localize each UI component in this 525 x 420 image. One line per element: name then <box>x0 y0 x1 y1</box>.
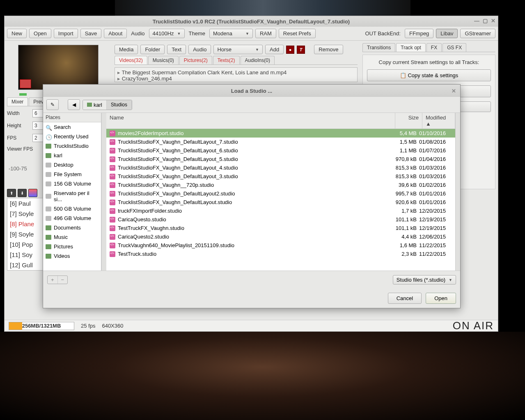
libav-button[interactable]: Libav <box>436 29 458 38</box>
playlist-up-icon[interactable]: ⬆ <box>7 189 16 197</box>
ffmpeg-button[interactable]: FFmpeg <box>405 29 433 38</box>
open-file-button[interactable]: Open <box>426 293 456 304</box>
file-row[interactable]: CaricaQuesto.studio101,1 kB12/19/2015 <box>106 215 455 224</box>
folder-button[interactable]: Folder <box>140 45 165 54</box>
text-button[interactable]: Text <box>167 45 186 54</box>
place-item[interactable]: Desktop <box>43 160 101 170</box>
file-row[interactable]: TestTruck.studio2,3 kB11/22/2015 <box>106 250 455 258</box>
file-size: 1,5 MB <box>392 139 419 145</box>
files-scrollbar[interactable] <box>455 113 460 271</box>
drive-icon <box>46 194 51 199</box>
ram-button[interactable]: RAM <box>255 29 276 38</box>
tab-trackopt[interactable]: Track opt <box>396 43 426 52</box>
place-item[interactable]: 🕓Recently Used <box>43 132 101 141</box>
places-header: Places <box>43 113 101 122</box>
about-button[interactable]: About <box>104 29 127 38</box>
text-overlay-icon[interactable]: T <box>297 46 305 54</box>
tab-mixer[interactable]: Mixer <box>7 97 28 106</box>
place-item[interactable]: 496 GB Volume <box>43 213 101 223</box>
folder-icon <box>46 244 51 249</box>
edit-path-icon[interactable]: ✎ <box>46 99 59 110</box>
media-item[interactable]: CrazyTown_246.mp4 <box>117 76 355 82</box>
studio-file-icon <box>110 243 115 248</box>
place-item[interactable]: Music <box>43 232 101 242</box>
breadcrumb-karl[interactable]: karl <box>83 100 107 110</box>
file-row[interactable]: TrucklistStudioFX_Vaughn_DefaultLayout_5… <box>106 155 455 163</box>
remove-bookmark-icon[interactable]: − <box>57 276 68 284</box>
media-list[interactable]: The Biggest Superman Compilation Clark K… <box>115 67 358 82</box>
audio-rate-dropdown[interactable]: 44100Hz▼ <box>149 29 185 38</box>
place-item[interactable]: 500 GB Volume <box>43 204 101 213</box>
file-name: truckFXImportFolder.studio <box>118 208 392 214</box>
reset-prefs-button[interactable]: Reset Prefs <box>279 29 316 38</box>
folder-icon <box>46 144 51 149</box>
place-label: 156 GB Volume <box>54 181 91 187</box>
place-item[interactable]: File System <box>43 170 101 179</box>
playlist-color-icon[interactable] <box>28 189 37 197</box>
playlist-down-icon[interactable]: ⬇ <box>18 189 27 197</box>
file-row[interactable]: CaricaQuesto2.studio4,4 kB12/06/2015 <box>106 232 455 241</box>
files-list[interactable]: movies2FolderImport.studio5,4 MB01/10/20… <box>106 129 455 271</box>
file-row[interactable]: movies2FolderImport.studio5,4 MB01/10/20… <box>106 129 455 138</box>
breadcrumb-studios[interactable]: Studios <box>107 100 132 110</box>
tab-videos[interactable]: Videos(32) <box>115 56 147 64</box>
file-row[interactable]: TrucklistStudioFX_Vaughn_DefaultLayout_7… <box>106 138 455 146</box>
place-item[interactable]: Riservato per il si... <box>43 188 101 204</box>
dialog-close-icon[interactable]: ✕ <box>452 88 456 94</box>
animation-dropdown[interactable]: Horse▼ <box>213 45 263 54</box>
save-button[interactable]: Save <box>80 29 102 38</box>
file-row[interactable]: truckFXImportFolder.studio1,7 kB12/20/20… <box>106 207 455 215</box>
file-filter-dropdown[interactable]: Studio files (*.studio)▼ <box>393 275 456 285</box>
file-row[interactable]: TrucklistStudioFX_Vaughn_DefaultLayout_6… <box>106 146 455 155</box>
place-label: 496 GB Volume <box>54 215 91 221</box>
add-bookmark-icon[interactable]: + <box>48 276 57 284</box>
nav-back-icon[interactable]: ◀ <box>68 99 80 110</box>
file-size: 1,6 MB <box>392 242 419 248</box>
tab-gsfx[interactable]: GS FX <box>442 43 466 52</box>
file-row[interactable]: TestTruckFX_Vaughn.studio101,1 kB12/19/2… <box>106 224 455 232</box>
maximize-icon[interactable]: ▢ <box>483 18 488 24</box>
new-button[interactable]: New <box>7 29 27 38</box>
media-item[interactable]: The Biggest Superman Compilation Clark K… <box>117 69 355 76</box>
tab-musics[interactable]: Musics(0) <box>148 56 179 64</box>
theme-dropdown[interactable]: Modena▼ <box>209 29 253 38</box>
file-row[interactable]: TrucklistStudioFX_Vaughn_DefaultLayout2.… <box>106 189 455 198</box>
tab-texts[interactable]: Texts(2) <box>213 56 240 64</box>
places-scrollbar[interactable] <box>101 113 106 271</box>
file-row[interactable]: TrucklistStudioFX_Vaughn_DefaultLayout.s… <box>106 198 455 207</box>
place-item[interactable]: 156 GB Volume <box>43 179 101 188</box>
places-panel: Places 🔍Search🕓Recently UsedTrucklistStu… <box>43 113 101 271</box>
file-row[interactable]: TrucklistStudioFX_Vaughn_DefaultLayout_3… <box>106 172 455 181</box>
tab-pictures[interactable]: Pictures(2) <box>179 56 212 64</box>
close-icon[interactable]: ✕ <box>491 18 495 24</box>
place-item[interactable]: Videos <box>43 251 101 261</box>
studio-file-icon <box>110 200 115 205</box>
col-size[interactable]: Size <box>395 113 422 129</box>
col-name[interactable]: Name <box>106 113 395 129</box>
cancel-button[interactable]: Cancel <box>388 293 422 304</box>
minimize-icon[interactable]: — <box>474 18 479 24</box>
tab-fx[interactable]: FX <box>426 43 442 52</box>
open-button[interactable]: Open <box>29 29 51 38</box>
copy-state-button[interactable]: 📋 Copy state & settings <box>367 69 491 81</box>
place-item[interactable]: 🔍Search <box>43 122 101 132</box>
file-size: 815,3 kB <box>392 173 419 179</box>
file-row[interactable]: TrucklistStudioFX_Vaughn_DefaultLayout_4… <box>106 163 455 172</box>
file-row[interactable]: TruckVaughn640_MoviePlaylist_20151109.st… <box>106 241 455 250</box>
place-item[interactable]: TrucklistStudio <box>43 141 101 151</box>
add-button[interactable]: Add <box>265 45 284 54</box>
place-item[interactable]: Pictures <box>43 242 101 251</box>
gstreamer-button[interactable]: GStreamer <box>460 29 495 38</box>
file-row[interactable]: TrucklistStudioFX_Vaughn__720p.studio39,… <box>106 181 455 189</box>
audio-button[interactable]: Audio <box>188 45 211 54</box>
tab-audioins[interactable]: AudioIns(0) <box>241 56 275 64</box>
import-button[interactable]: Import <box>54 29 78 38</box>
place-item[interactable]: karl <box>43 151 101 160</box>
tab-transitions[interactable]: Transitions <box>362 43 395 52</box>
place-item[interactable]: Documents <box>43 223 101 232</box>
col-modified[interactable]: Modified ▲ <box>422 113 455 129</box>
remove-button[interactable]: Remove <box>314 45 343 54</box>
breadcrumb: karl Studios <box>83 100 132 110</box>
media-button[interactable]: Media <box>115 45 138 54</box>
record-icon[interactable]: ● <box>286 46 294 54</box>
